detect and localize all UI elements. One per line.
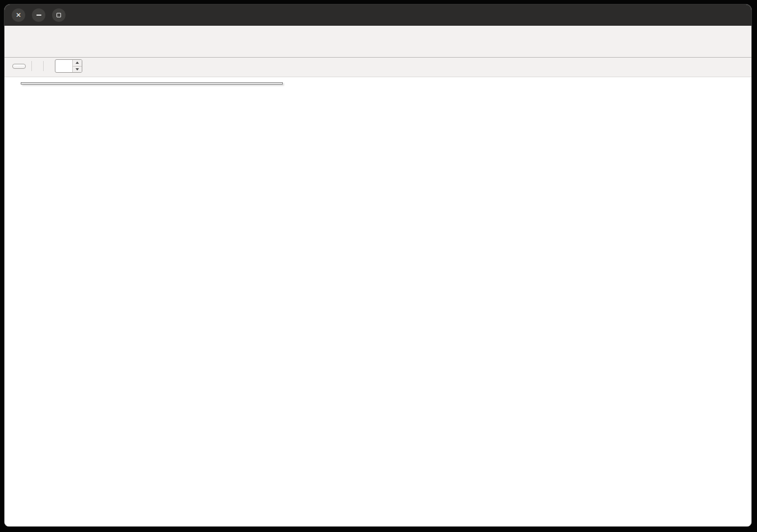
app-window: ✕ <box>4 4 751 526</box>
export-as-button[interactable] <box>12 64 26 69</box>
arrow-down-icon <box>76 68 79 70</box>
menubar <box>4 26 751 41</box>
maximize-icon <box>57 13 61 17</box>
toolbar-separator <box>31 61 32 71</box>
close-button[interactable]: ✕ <box>12 8 25 22</box>
titlebar[interactable]: ✕ <box>4 4 751 26</box>
chart-legend <box>21 82 283 84</box>
memory-consumption-chart[interactable] <box>4 77 751 526</box>
minimize-button[interactable] <box>32 8 45 22</box>
stacked-diagrams-spinner[interactable] <box>55 59 82 73</box>
spinner-down-button[interactable] <box>73 66 82 73</box>
tab-bar <box>4 41 751 58</box>
close-icon: ✕ <box>16 12 21 18</box>
arrow-up-icon <box>76 62 79 64</box>
toolbar-separator <box>43 61 44 71</box>
maximize-button[interactable] <box>52 8 66 22</box>
spinner-value <box>55 60 72 72</box>
toolbar <box>4 58 751 77</box>
minimize-icon <box>36 15 41 16</box>
window-controls: ✕ <box>12 8 66 22</box>
spinner-up-button[interactable] <box>73 60 82 66</box>
chart-area <box>4 77 751 526</box>
spinner-buttons <box>72 60 82 72</box>
